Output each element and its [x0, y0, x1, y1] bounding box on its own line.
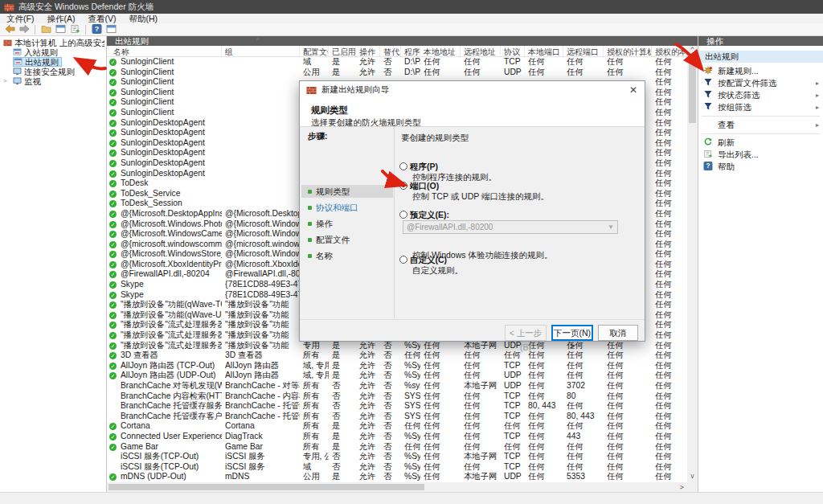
column-header-6[interactable]: 程序 — [401, 46, 420, 56]
vertical-scrollbar[interactable]: ^ v — [687, 46, 698, 482]
menu-item-1[interactable]: 操作(A) — [40, 14, 81, 23]
toolbar-console-window-icon[interactable] — [105, 24, 117, 35]
submenu-arrow-icon: ▸ — [816, 92, 819, 99]
wizard-step-4[interactable]: 名称 — [301, 249, 393, 262]
rule-cell-11: 任何 — [652, 401, 686, 412]
menu-bar: 文件(F)操作(A)查看(V)帮助(H) — [0, 14, 823, 23]
vertical-scrollbar-thumb[interactable] — [689, 57, 696, 123]
table-row[interactable]: iSCSI 服务(TCP-Out)iSCSI 服务专用, 公用否允许否%Sy..… — [107, 452, 687, 462]
wizard-step-1[interactable]: 协议和端口 — [301, 201, 393, 214]
rule-cell-4: D:\P... — [401, 57, 420, 68]
rule-group-cell: iSCSI 服务 — [222, 462, 300, 473]
table-row[interactable]: ✓SunloginClient公用是允许否D:\P...任何任何UDP任何任何任… — [107, 68, 687, 78]
sidebar-item-inbound-rules[interactable]: 入站规则 — [13, 47, 58, 57]
column-header-10[interactable]: 本地端口 — [525, 46, 563, 56]
toolbar-help-icon[interactable]: ? — [91, 24, 102, 35]
column-header-2[interactable]: 配置文件 — [300, 46, 329, 56]
toolbar-export-list-icon[interactable] — [69, 24, 80, 35]
table-row[interactable]: ✓Connected User Experiences and Tel...Di… — [107, 432, 687, 442]
scroll-right-icon[interactable]: > — [677, 484, 687, 491]
menu-item-0[interactable]: 文件(F) — [0, 14, 40, 23]
radio-option-2[interactable] — [399, 211, 407, 219]
rule-name-cell: ✓"播放到设备"流式处理服务器(RTP-Strea... — [107, 330, 222, 341]
radio-option-0[interactable] — [399, 162, 407, 170]
table-row[interactable]: ✓mDNS (UDP-Out)mDNS公用是允许否%Sy...任何本地子网UDP… — [107, 472, 687, 482]
tree-expander[interactable]: > — [3, 76, 10, 86]
column-header-8[interactable]: 远程地址 — [461, 46, 501, 56]
column-header-12[interactable]: 授权的计算机 — [604, 46, 652, 56]
column-header-5[interactable]: 替代 — [380, 46, 401, 56]
rule-name-cell: ✓SunloginDesktopAgent — [107, 138, 222, 149]
radio-option-3[interactable] — [399, 256, 407, 264]
rule-cell-11: 任何 — [652, 229, 686, 240]
toolbar-console-window-icon[interactable] — [55, 24, 66, 35]
action-item-8[interactable]: 导出列表... — [698, 149, 823, 161]
sidebar-item-monitoring[interactable]: >监视 — [13, 76, 41, 86]
enabled-check-icon: ✓ — [109, 180, 117, 187]
table-row[interactable]: iSCSI 服务(TCP-Out)iSCSI 服务域否允许否%Sy...任何任何… — [107, 462, 687, 473]
action-item-1[interactable]: 按配置文件筛选▸ — [698, 77, 823, 89]
column-header-3[interactable]: 已启用 — [329, 46, 356, 56]
table-row[interactable]: ✓SunloginClient域是允许否D:\P...任何任何TCP任何任何任何… — [107, 57, 687, 68]
menu-item-3[interactable]: 帮助(H) — [122, 14, 164, 23]
toolbar-forward-icon[interactable] — [18, 24, 30, 35]
scroll-up-icon[interactable]: ^ — [687, 47, 698, 54]
actions-section-outbound-rules[interactable]: 出站规则 — [698, 51, 823, 63]
rule-cell-3: 否 — [380, 68, 401, 78]
table-row[interactable]: ✓3D 查看器3D 查看器所有是允许否任何任何任何任何任何任何任何任何 — [107, 350, 687, 361]
horizontal-scrollbar[interactable]: > — [107, 482, 687, 492]
rule-cell-2: 允许 — [356, 391, 380, 402]
action-item-7[interactable]: 刷新 — [698, 137, 823, 149]
column-header-1[interactable]: 组 — [222, 46, 300, 56]
rule-name: "播放到设备"流式处理服务器(RTP-Strea... — [121, 320, 222, 329]
tree-root-item[interactable]: 本地计算机 上的高级安全 Win — [3, 38, 104, 47]
table-row[interactable]: ✓Game BarGame Bar所有是允许否任何任何任何任何任何任何任何任何 — [107, 442, 687, 453]
dialog-titlebar: 新建出站规则向导 ✕ — [300, 81, 645, 99]
column-header-13[interactable]: 授权的本地主体 — [652, 46, 686, 56]
action-item-3[interactable]: 按组筛选▸ — [698, 101, 823, 113]
wizard-step-2[interactable]: 操作 — [301, 217, 393, 230]
rule-cell-0: 域 — [300, 462, 329, 473]
toolbar-back-icon[interactable] — [4, 24, 15, 35]
column-header-7[interactable]: 本地地址 — [420, 46, 461, 56]
table-row[interactable]: ✓AllJoyn 路由器 (UDP-Out)AllJoyn 路由器域, 专用是允… — [107, 371, 687, 381]
column-header-0[interactable]: 名称 — [107, 46, 222, 56]
action-item-0[interactable]: 新建规则... — [698, 65, 823, 77]
scroll-down-icon[interactable]: v — [687, 473, 698, 480]
table-row[interactable]: ✓AllJoyn 路由器 (TCP-Out)AllJoyn 路由器域, 专用是允… — [107, 361, 687, 371]
new-rule-icon — [703, 67, 714, 76]
column-header-4[interactable]: 操作 — [356, 46, 380, 56]
rule-cell-6: 任何 — [461, 432, 501, 442]
rule-name: SunloginDesktopAgent — [121, 148, 205, 157]
table-row[interactable]: BranchCache 托管缓存服务器(HTTP-O...BranchCache… — [107, 401, 687, 412]
radio-option-1[interactable] — [399, 182, 407, 190]
action-item-2[interactable]: 按状态筛选▸ — [698, 89, 823, 101]
rule-group-cell: @{Microsoft.Windows.Ph... — [222, 219, 300, 230]
toolbar-folder-icon[interactable] — [40, 24, 51, 35]
rule-name-cell: ✓"播放到设备"功能(qWave-TCP-Out) — [107, 300, 222, 310]
action-item-9[interactable]: ?帮助 — [698, 161, 823, 173]
action-item-5[interactable]: 查看▸ — [698, 119, 823, 131]
rule-group-cell: @{microsoft.windowscom... — [222, 240, 300, 250]
rule-name-cell: BranchCache 内容检索(HTTP-Out) — [107, 391, 222, 402]
sidebar-item-connection-security-rules[interactable]: 连接安全规则 — [13, 67, 75, 76]
table-row[interactable]: BranchCache 内容检索(HTTP-Out)BranchCache - … — [107, 391, 687, 402]
table-row[interactable]: ✓CortanaCortana所有是允许否任何任何任何任何任何任何任何任何 — [107, 421, 687, 432]
next-button[interactable]: 下一页(N) > — [551, 325, 593, 341]
rule-cell-2: 允许 — [356, 341, 380, 351]
table-row[interactable]: ✓"播放到设备"流式处理服务器(RTP-Strea..."播放到设备"功能专用是… — [107, 341, 687, 351]
column-header-row[interactable]: 名称组配置文件已启用操作替代程序本地地址远程地址协议本地端口远程端口授权的计算机… — [107, 46, 687, 57]
wizard-step-0[interactable]: 规则类型 — [301, 185, 393, 198]
column-header-11[interactable]: 远程端口 — [563, 46, 604, 56]
sidebar-item-label: 入站规则 — [24, 47, 58, 57]
cancel-button[interactable]: 取消 — [598, 325, 638, 341]
horizontal-scrollbar-thumb[interactable] — [109, 484, 424, 490]
column-header-9[interactable]: 协议 — [501, 46, 525, 56]
rule-cell-10: 任何 — [604, 371, 652, 381]
wizard-step-3[interactable]: 配置文件 — [301, 233, 393, 246]
close-icon[interactable]: ✕ — [627, 84, 640, 96]
sidebar-item-outbound-rules[interactable]: 出站规则 — [13, 57, 62, 67]
table-row[interactable]: BranchCache 托管缓存客户端(HTTP-O...BranchCache… — [107, 412, 687, 422]
table-row[interactable]: BranchCache 对等机发现(WSD-Out)BranchCache - … — [107, 381, 687, 391]
menu-item-2[interactable]: 查看(V) — [81, 14, 122, 23]
